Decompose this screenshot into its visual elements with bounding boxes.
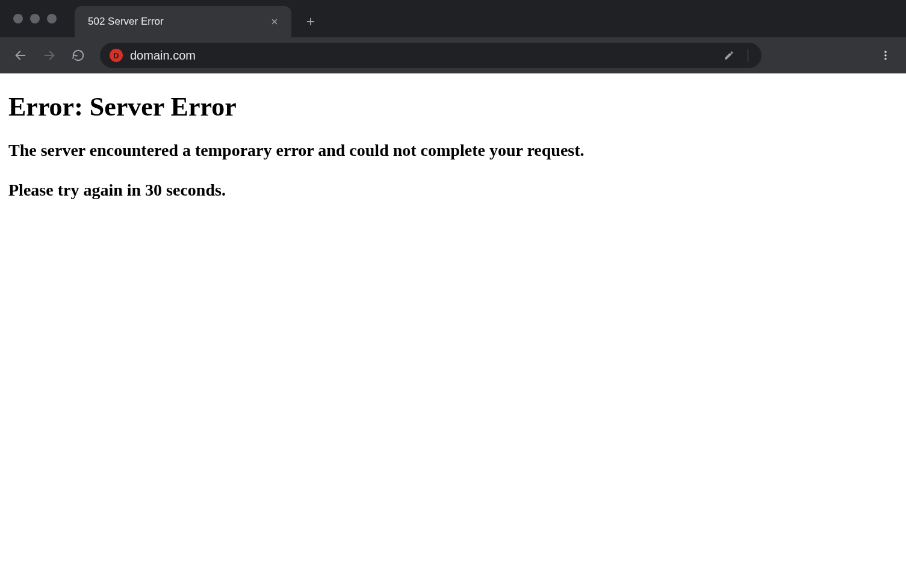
error-message-line2: Please try again in 30 seconds. xyxy=(8,179,898,202)
tabs-area: 502 Server Error xyxy=(75,0,321,37)
tab-title: 502 Server Error xyxy=(88,16,268,28)
window-maximize-button[interactable] xyxy=(47,14,57,23)
window-close-button[interactable] xyxy=(13,14,23,23)
site-favicon-icon xyxy=(110,49,123,62)
page-content: Error: Server Error The server encounter… xyxy=(0,73,906,218)
browser-menu-button[interactable] xyxy=(873,43,898,67)
arrow-right-icon xyxy=(43,49,56,62)
plus-icon xyxy=(305,16,316,27)
arrow-left-icon xyxy=(14,49,27,62)
url-text: domain.com xyxy=(130,49,714,63)
error-message-line1: The server encountered a temporary error… xyxy=(8,139,898,162)
omnibox-divider xyxy=(748,49,748,62)
window-minimize-button[interactable] xyxy=(30,14,40,23)
reload-button[interactable] xyxy=(66,43,90,67)
browser-tab[interactable]: 502 Server Error xyxy=(75,6,291,37)
svg-point-8 xyxy=(884,58,886,60)
reload-icon xyxy=(72,49,85,62)
toolbar: domain.com xyxy=(0,37,906,73)
browser-chrome: 502 Server Error domain.com xyxy=(0,0,906,73)
window-controls xyxy=(0,14,57,23)
error-heading: Error: Server Error xyxy=(8,91,898,122)
close-tab-button[interactable] xyxy=(268,16,281,28)
new-tab-button[interactable] xyxy=(300,11,321,32)
edit-url-button[interactable] xyxy=(721,48,737,63)
forward-button[interactable] xyxy=(37,43,61,67)
svg-point-6 xyxy=(884,51,886,53)
pencil-icon xyxy=(724,50,734,61)
titlebar: 502 Server Error xyxy=(0,0,906,37)
close-icon xyxy=(270,17,279,26)
svg-point-7 xyxy=(884,54,886,56)
address-bar[interactable]: domain.com xyxy=(100,43,762,68)
kebab-menu-icon xyxy=(880,49,892,61)
back-button[interactable] xyxy=(8,43,33,67)
